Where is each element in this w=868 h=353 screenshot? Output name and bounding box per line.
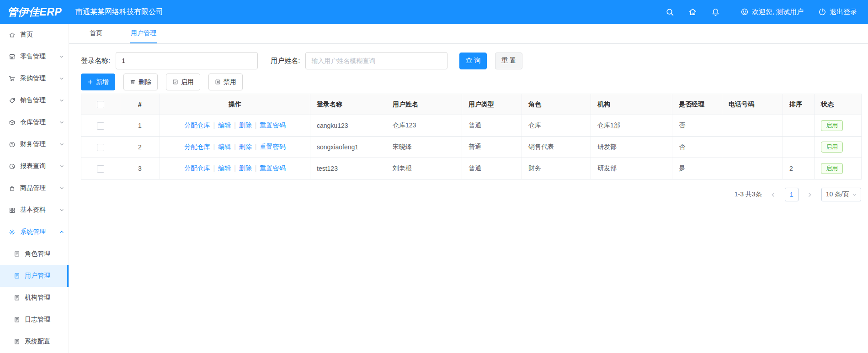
chevron-down-icon xyxy=(59,54,64,59)
cell-actions: 分配仓库|编辑|删除|重置密码 xyxy=(160,115,310,137)
sidebar-item-warehouse[interactable]: 仓库管理 xyxy=(0,111,69,133)
grid-icon xyxy=(9,207,16,214)
cell-org: 仓库1部 xyxy=(591,115,672,137)
login-name-input[interactable] xyxy=(116,52,258,69)
user-name-input[interactable] xyxy=(305,52,447,69)
sidebar-item-role-management[interactable]: 角色管理 xyxy=(0,243,69,265)
cell-login: test123 xyxy=(310,158,386,179)
sidebar-item-org-management[interactable]: 机构管理 xyxy=(0,287,69,309)
edit-link[interactable]: 编辑 xyxy=(218,164,231,172)
edit-link[interactable]: 编辑 xyxy=(218,143,231,150)
plus-icon xyxy=(87,79,93,85)
cell-sort: 2 xyxy=(783,158,815,179)
status-badge[interactable]: 启用 xyxy=(821,163,843,174)
tab-home[interactable]: 首页 xyxy=(89,24,103,43)
assign-warehouse-link[interactable]: 分配仓库 xyxy=(185,143,210,150)
cell-login: songxiaofeng1 xyxy=(310,137,386,158)
smiley-icon xyxy=(740,8,749,16)
edit-link[interactable]: 编辑 xyxy=(218,121,231,129)
goods-bag-icon xyxy=(9,185,16,192)
reset-password-link[interactable]: 重置密码 xyxy=(260,164,285,172)
cell-status: 启用 xyxy=(815,137,862,158)
sidebar-item-finance[interactable]: 财务管理 xyxy=(0,133,69,155)
page-size-select[interactable]: 10 条/页 xyxy=(821,188,861,201)
sidebar-item-reports[interactable]: 报表查询 xyxy=(0,155,69,177)
sales-tag-icon xyxy=(9,97,16,104)
sidebar-item-label: 报表查询 xyxy=(20,162,46,170)
column-header-org: 机构 xyxy=(591,94,672,115)
sidebar-item-label: 销售管理 xyxy=(20,96,46,105)
add-button[interactable]: 新增 xyxy=(81,74,115,90)
sidebar-item-sales[interactable]: 销售管理 xyxy=(0,90,69,111)
chevron-left-icon xyxy=(771,192,776,197)
bell-icon[interactable] xyxy=(710,6,721,17)
reset-password-link[interactable]: 重置密码 xyxy=(260,143,285,150)
sidebar-item-basic-data[interactable]: 基本资料 xyxy=(0,199,69,221)
sidebar-item-goods[interactable]: 商品管理 xyxy=(0,177,69,199)
table-row: 2 分配仓库|编辑|删除|重置密码 songxiaofeng1 宋晓锋 普通 销… xyxy=(81,137,862,158)
cell-name: 刘老根 xyxy=(386,158,462,179)
delete-link[interactable]: 删除 xyxy=(239,164,252,172)
page-size-label: 10 条/页 xyxy=(826,190,849,199)
user-menu[interactable]: 欢迎您, 测试用户 xyxy=(740,8,804,16)
document-icon xyxy=(14,273,20,279)
logout-button[interactable]: 退出登录 xyxy=(818,8,857,16)
row-checkbox[interactable] xyxy=(97,165,104,173)
delete-button-label: 删除 xyxy=(138,78,151,86)
reset-password-link[interactable]: 重置密码 xyxy=(260,121,285,129)
sidebar-item-user-management[interactable]: 用户管理 xyxy=(0,265,69,287)
pagination-total: 1-3 共3条 xyxy=(735,190,762,199)
cell-status: 启用 xyxy=(815,115,862,137)
sidebar-item-purchase[interactable]: 采购管理 xyxy=(0,68,69,90)
tab-user-management[interactable]: 用户管理 xyxy=(130,24,157,43)
reset-button[interactable]: 重 置 xyxy=(495,53,522,69)
document-icon xyxy=(14,295,20,301)
row-checkbox[interactable] xyxy=(97,144,104,151)
assign-warehouse-link[interactable]: 分配仓库 xyxy=(185,121,210,129)
sidebar-item-retail[interactable]: 零售管理 xyxy=(0,46,69,68)
search-icon[interactable] xyxy=(665,6,676,17)
cell-phone xyxy=(722,158,783,179)
home-icon xyxy=(9,32,16,38)
action-separator: | xyxy=(255,121,257,129)
chevron-right-icon xyxy=(807,192,812,197)
select-all-checkbox[interactable] xyxy=(97,101,104,108)
delete-link[interactable]: 删除 xyxy=(239,143,252,150)
sidebar-item-system-config[interactable]: 系统配置 xyxy=(0,331,69,353)
chevron-down-icon xyxy=(59,186,64,190)
query-button[interactable]: 查 询 xyxy=(459,53,487,69)
app-root: 管伊佳ERP 南通某某网络科技有限公司 欢迎您, 测试用户 退出登录 xyxy=(0,0,868,353)
status-badge[interactable]: 启用 xyxy=(821,120,843,131)
delete-button[interactable]: 删除 xyxy=(123,74,158,90)
document-icon xyxy=(14,251,20,257)
delete-link[interactable]: 删除 xyxy=(239,121,252,129)
cell-name: 仓库123 xyxy=(386,115,462,137)
row-checkbox[interactable] xyxy=(97,122,104,130)
table-toolbar: 新增 删除 启用 禁用 xyxy=(81,74,861,90)
assign-warehouse-link[interactable]: 分配仓库 xyxy=(185,164,210,172)
disable-button-label: 禁用 xyxy=(224,78,236,86)
app-logo[interactable]: 管伊佳ERP xyxy=(0,5,69,19)
cell-role: 财务 xyxy=(522,158,591,179)
sidebar-item-system[interactable]: 系统管理 xyxy=(0,221,69,243)
action-separator: | xyxy=(213,121,215,129)
home-icon[interactable] xyxy=(687,6,698,17)
sidebar-item-home[interactable]: 首页 xyxy=(0,24,69,46)
next-page-button[interactable] xyxy=(803,188,817,201)
sidebar-item-label: 机构管理 xyxy=(25,294,50,302)
sidebar-item-log-management[interactable]: 日志管理 xyxy=(0,309,69,331)
search-form: 登录名称: 用户姓名: 查 询 重 置 xyxy=(81,52,861,69)
cell-index: 1 xyxy=(120,115,160,137)
cell-phone xyxy=(722,137,783,158)
sidebar-item-label: 基本资料 xyxy=(20,206,46,214)
pagination: 1-3 共3条 1 10 条/页 xyxy=(81,188,861,201)
enable-button[interactable]: 启用 xyxy=(166,74,200,90)
prev-page-button[interactable] xyxy=(767,188,780,201)
chevron-down-icon xyxy=(59,142,64,147)
cell-manager: 否 xyxy=(672,115,722,137)
page-number-1[interactable]: 1 xyxy=(785,188,799,201)
status-badge[interactable]: 启用 xyxy=(821,142,843,153)
cell-login: cangku123 xyxy=(310,115,386,137)
sidebar-item-label: 系统管理 xyxy=(20,228,46,236)
disable-button[interactable]: 禁用 xyxy=(208,74,243,90)
